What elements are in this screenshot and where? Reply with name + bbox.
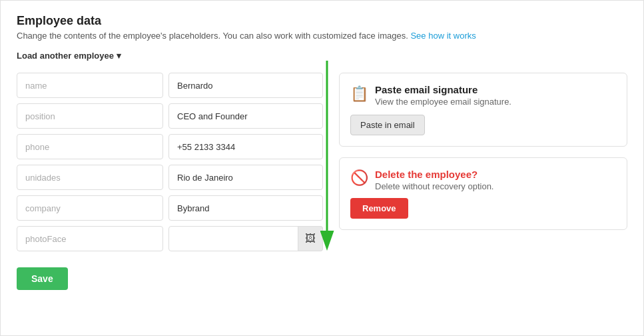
label-phone: phone xyxy=(17,134,163,159)
paste-card-text: Paste email signature View the employee … xyxy=(375,84,511,107)
input-company[interactable] xyxy=(168,195,323,221)
form-row-unidades: unidades xyxy=(17,165,323,190)
form-row-photoface: photoFace 🖼 xyxy=(17,226,323,251)
paste-card-title: Paste email signature xyxy=(375,84,511,95)
label-name: name xyxy=(17,73,163,98)
paste-card-subtitle: View the employee email signature. xyxy=(375,97,511,107)
input-position[interactable] xyxy=(168,103,323,129)
clipboard-icon: 📋 xyxy=(350,85,368,103)
delete-card-subtitle: Delete without recovery option. xyxy=(375,181,493,191)
form-row-position: position xyxy=(17,103,323,129)
paste-email-button[interactable]: Paste in email xyxy=(350,115,425,135)
photo-input-wrap: 🖼 xyxy=(168,226,323,251)
load-employee-button[interactable]: Load another employee ▾ xyxy=(17,51,121,61)
form-row-company: company xyxy=(17,195,323,221)
chevron-down-icon: ▾ xyxy=(117,51,121,61)
label-company: company xyxy=(17,195,163,221)
label-photoface: photoFace xyxy=(17,226,163,251)
label-unidades: unidades xyxy=(17,165,163,190)
page-subtitle: Change the contents of the employee's pl… xyxy=(17,31,627,41)
form-row-phone: phone xyxy=(17,134,323,159)
side-section: 📋 Paste email signature View the employe… xyxy=(339,73,627,290)
page-container: Employee data Change the contents of the… xyxy=(0,0,644,336)
label-position: position xyxy=(17,103,163,129)
no-entry-icon: 🚫 xyxy=(350,169,368,187)
form-section: name position phone unidades company xyxy=(17,73,323,290)
remove-employee-button[interactable]: Remove xyxy=(350,198,408,219)
input-phone[interactable] xyxy=(168,134,323,159)
content-area: name position phone unidades company xyxy=(17,73,627,290)
input-name[interactable] xyxy=(168,73,323,98)
form-row-name: name xyxy=(17,73,323,98)
save-button[interactable]: Save xyxy=(17,267,68,290)
delete-card-header: 🚫 Delete the employee? Delete without re… xyxy=(350,169,616,191)
delete-card-text: Delete the employee? Delete without reco… xyxy=(375,169,493,191)
see-how-link[interactable]: See how it works xyxy=(410,31,476,41)
page-title: Employee data xyxy=(17,14,627,28)
input-unidades[interactable] xyxy=(168,165,323,190)
image-icon: 🖼 xyxy=(305,233,316,245)
paste-email-card: 📋 Paste email signature View the employe… xyxy=(339,73,627,147)
delete-employee-card: 🚫 Delete the employee? Delete without re… xyxy=(339,157,627,230)
paste-card-header: 📋 Paste email signature View the employe… xyxy=(350,84,616,107)
photo-upload-button[interactable]: 🖼 xyxy=(298,226,323,251)
delete-card-title: Delete the employee? xyxy=(375,169,493,180)
